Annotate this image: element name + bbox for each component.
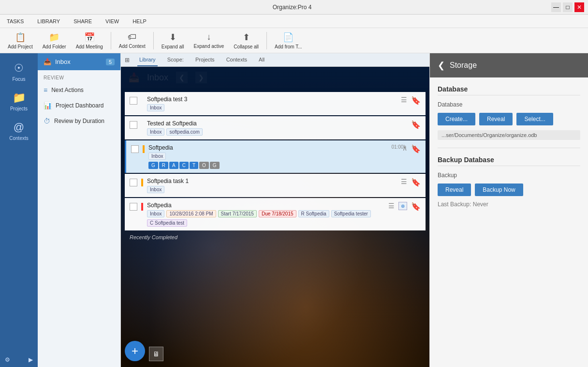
expand-all-button[interactable]: ⬇ Expand all xyxy=(158,30,188,51)
storage-backup-now-button[interactable]: Backup Now xyxy=(475,184,523,196)
task-bookmark-5[interactable]: 🔖 xyxy=(411,202,421,211)
inline-action-g2[interactable]: G xyxy=(210,162,220,169)
nav-item-project-dashboard[interactable]: 📊 Project Dashboard xyxy=(38,98,120,113)
task-bookmark-3[interactable]: 🔖 xyxy=(411,144,421,153)
storage-select-button[interactable]: Select... xyxy=(516,113,553,125)
task-content-2: Tested at Softpedia Inbox softpedia.com xyxy=(147,120,407,136)
inline-action-c[interactable]: C xyxy=(179,162,189,169)
add-folder-button[interactable]: 📁 Add Folder xyxy=(39,30,70,51)
storage-reveal-button[interactable]: Reveal xyxy=(479,113,513,125)
content-area: ⊞ Library Scope: Projects Contexts All 📥… xyxy=(121,53,429,367)
task-checkbox-3[interactable] xyxy=(131,145,139,153)
task-tags-1: Inbox xyxy=(147,104,397,111)
add-context-button[interactable]: 🏷 Add Context xyxy=(115,30,149,51)
task-content-5: Softpedia Inbox 10/28/2016 2:08 PM Start… xyxy=(147,202,384,227)
task-checkbox-4[interactable] xyxy=(130,179,137,186)
nav-item-next-actions[interactable]: ≡ Next Actions xyxy=(38,82,120,98)
separator-1 xyxy=(111,32,111,49)
task-content-3: Softpedia Inbox G R A C T O G xyxy=(148,144,398,169)
menu-help[interactable]: HELP xyxy=(126,15,153,28)
table-row[interactable]: Softpedia Inbox 10/28/2016 2:08 PM Start… xyxy=(125,198,426,230)
sidebar-item-contexts[interactable]: @ Contexts xyxy=(0,116,38,146)
add-meeting-icon: 📅 xyxy=(84,32,95,43)
task-expand-icon-5[interactable]: ⊕ xyxy=(398,202,407,210)
sidebar-item-focus[interactable]: ☉ Focus xyxy=(0,57,38,87)
task-bookmark-2[interactable]: 🔖 xyxy=(411,120,421,129)
projects-icon: 📁 xyxy=(13,92,26,104)
inline-action-r[interactable]: R xyxy=(159,162,168,169)
task-menu-icon-1[interactable]: ☰ xyxy=(401,96,407,104)
menu-share[interactable]: SHARE xyxy=(67,15,99,28)
collapse-all-icon: ⬆ xyxy=(243,32,250,43)
grid-view-icon[interactable]: ⊞ xyxy=(125,57,130,63)
task-tag-date: 10/28/2016 2:08 PM xyxy=(166,210,216,217)
add-project-icon: 📋 xyxy=(15,32,26,43)
storage-backup-reveal-button[interactable]: Reveal xyxy=(438,184,471,196)
sidebar-item-projects[interactable]: 📁 Projects xyxy=(0,87,38,116)
task-tag-url: softpedia.com xyxy=(166,128,202,136)
tab-scope[interactable]: Scope: xyxy=(165,53,186,66)
task-time-3: 01:00h xyxy=(391,144,406,150)
tab-contexts[interactable]: Contexts xyxy=(224,53,249,66)
focus-icon: ☉ xyxy=(14,62,24,75)
task-tag-start: Start 7/17/2015 xyxy=(218,210,257,217)
menu-view[interactable]: VIEW xyxy=(99,15,126,28)
task-menu-icon-5[interactable]: ☰ xyxy=(388,202,395,210)
task-priority-2 xyxy=(141,121,143,129)
close-button[interactable]: ✕ xyxy=(574,2,584,12)
tab-projects[interactable]: Projects xyxy=(193,53,217,66)
storage-create-button[interactable]: Create... xyxy=(438,113,475,125)
task-priority-5 xyxy=(141,203,143,211)
task-tag-tester: Softpedia tester xyxy=(331,210,371,217)
inline-action-t[interactable]: T xyxy=(190,162,198,169)
add-fab-button[interactable]: + xyxy=(125,341,145,361)
task-title-4: Softpedia task 1 xyxy=(147,178,397,184)
task-checkbox-2[interactable] xyxy=(130,121,137,129)
add-from-template-button[interactable]: 📄 Add from T... xyxy=(271,30,306,51)
task-tags-3: Inbox xyxy=(148,153,398,160)
view-mode-icon: 🖥 xyxy=(153,350,160,358)
add-folder-icon: 📁 xyxy=(49,32,59,43)
tab-library[interactable]: Library xyxy=(137,53,158,66)
task-bookmark-1[interactable]: 🔖 xyxy=(411,96,421,105)
task-menu-icon-4[interactable]: ☰ xyxy=(401,178,407,185)
add-project-button[interactable]: 📋 Add Project xyxy=(4,30,37,51)
task-checkbox-1[interactable] xyxy=(130,97,137,105)
task-bookmark-4[interactable]: 🔖 xyxy=(411,178,421,187)
task-tags-4: Inbox xyxy=(147,186,397,193)
maximize-button[interactable]: □ xyxy=(563,2,573,12)
add-meeting-button[interactable]: 📅 Add Meeting xyxy=(72,30,107,51)
inline-action-a[interactable]: A xyxy=(169,162,178,169)
settings-icon: ⚙ xyxy=(5,356,10,363)
table-row[interactable]: Softpedia task 1 Inbox ☰ 🔖 xyxy=(125,174,426,197)
inbox-nav-item[interactable]: 📥 Inbox 5 xyxy=(38,53,120,70)
task-priority-1 xyxy=(141,97,143,105)
table-row[interactable]: Softpedia Inbox G R A C T O G xyxy=(125,140,426,173)
storage-back-button[interactable]: ❮ xyxy=(438,60,445,71)
sidebar-settings[interactable]: ⚙ ▶ xyxy=(0,352,38,367)
view-mode-button[interactable]: 🖥 xyxy=(149,347,163,361)
nav-item-review-by-duration[interactable]: ⏱ Review by Duration xyxy=(38,113,120,129)
inline-action-o[interactable]: O xyxy=(199,162,209,169)
table-row[interactable]: Softpedia test 3 Inbox ☰ 🔖 xyxy=(125,92,426,115)
menu-library[interactable]: LIBRARY xyxy=(30,15,67,28)
toolbar: 📋 Add Project 📁 Add Folder 📅 Add Meeting… xyxy=(0,28,588,53)
storage-header: ❮ Storage xyxy=(430,53,588,77)
content-tabs: ⊞ Library Scope: Projects Contexts All xyxy=(121,53,429,67)
inline-action-g[interactable]: G xyxy=(148,162,158,169)
storage-backup-title: Backup Database xyxy=(438,156,580,166)
menu-tasks[interactable]: TASKS xyxy=(0,15,30,28)
review-section-label: REVIEW xyxy=(38,70,120,82)
table-row[interactable]: Tested at Softpedia Inbox softpedia.com … xyxy=(125,116,426,139)
task-content-4: Softpedia task 1 Inbox xyxy=(147,178,397,193)
project-dashboard-icon: 📊 xyxy=(44,102,52,109)
task-tag: Inbox xyxy=(148,153,166,160)
task-title-1: Softpedia test 3 xyxy=(147,96,397,103)
minimize-button[interactable]: — xyxy=(551,2,561,12)
collapse-all-button[interactable]: ⬆ Collapse all xyxy=(230,30,263,51)
tab-all[interactable]: All xyxy=(257,53,266,66)
task-checkbox-5[interactable] xyxy=(130,203,137,211)
task-title-3: Softpedia xyxy=(148,144,398,151)
expand-active-button[interactable]: ↓ Expand active xyxy=(190,30,228,51)
task-priority-4 xyxy=(141,179,143,186)
